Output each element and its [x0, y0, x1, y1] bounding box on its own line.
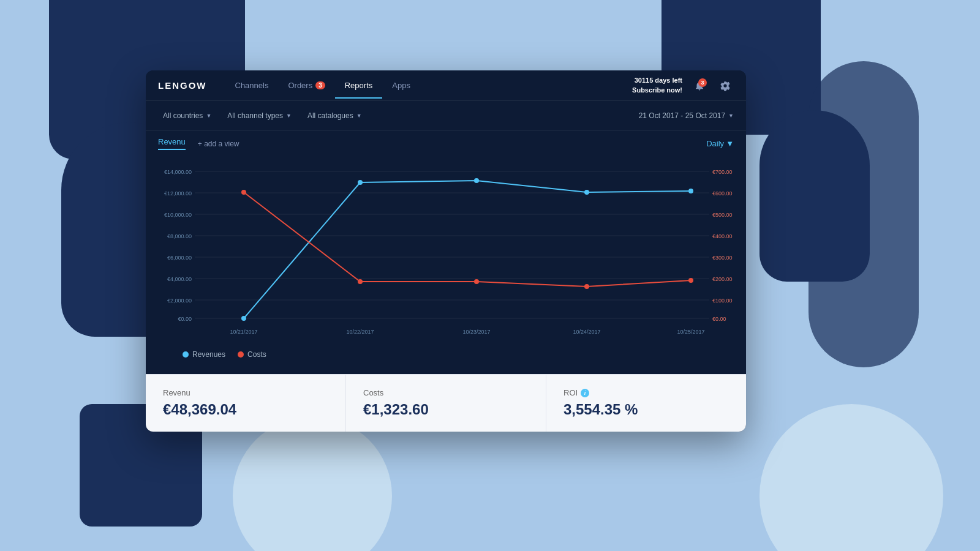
revenue-point	[688, 189, 693, 193]
svg-text:€2,000.00: €2,000.00	[167, 298, 192, 304]
cost-point	[584, 284, 589, 289]
navbar-right: 30115 days left Subscribe now! 3	[632, 76, 734, 95]
revenues-line	[244, 181, 691, 318]
revenue-point	[584, 190, 589, 195]
stat-costs: Costs €1,323.60	[346, 375, 546, 432]
legend-costs: Costs	[238, 350, 266, 359]
chart-container: €14,000.00 €12,000.00 €10,000.00 €8,000.…	[158, 159, 734, 343]
catalogues-filter[interactable]: All catalogues ▼	[303, 108, 367, 123]
notification-count: 3	[698, 78, 707, 87]
stat-roi: ROI i 3,554.35 %	[546, 375, 746, 432]
svg-text:10/23/2017: 10/23/2017	[462, 329, 490, 335]
svg-text:10/25/2017: 10/25/2017	[677, 329, 704, 335]
svg-text:€500.00: €500.00	[712, 212, 733, 218]
svg-text:€400.00: €400.00	[712, 233, 733, 239]
chart-area: Revenu + add a view Daily ▼ €14,0	[146, 131, 746, 374]
revenue-point	[241, 316, 246, 321]
stat-revenu-value: €48,369.04	[163, 401, 328, 418]
svg-text:€300.00: €300.00	[712, 255, 733, 261]
logo: LENGOW	[158, 80, 207, 91]
nav-badge: 3	[315, 81, 325, 89]
svg-text:€14,000.00: €14,000.00	[164, 169, 192, 175]
channel-types-filter[interactable]: All channel types ▼	[222, 108, 296, 123]
trial-info: 30115 days left Subscribe now!	[632, 76, 682, 95]
svg-text:€12,000.00: €12,000.00	[164, 190, 192, 197]
svg-text:10/22/2017: 10/22/2017	[346, 329, 374, 335]
bg-decor-6	[760, 404, 943, 551]
add-view-button[interactable]: + add a view	[198, 140, 239, 148]
filters-bar: All countries ▼ All channel types ▼ All …	[146, 101, 746, 131]
nav-item-orders[interactable]: Orders3	[278, 72, 334, 99]
chevron-down-icon: ▼	[356, 113, 362, 119]
date-range-filter[interactable]: 21 Oct 2017 - 25 Oct 2017 ▼	[639, 111, 734, 120]
chevron-down-icon: ▼	[286, 113, 292, 119]
chevron-down-icon: ▼	[728, 113, 734, 119]
revenue-point	[358, 180, 363, 185]
svg-text:10/21/2017: 10/21/2017	[230, 329, 257, 335]
chevron-down-icon: ▼	[726, 139, 734, 148]
chevron-down-icon: ▼	[206, 113, 211, 119]
nav-item-apps[interactable]: Apps	[382, 72, 420, 99]
countries-filter[interactable]: All countries ▼	[158, 108, 216, 123]
tab-revenu[interactable]: Revenu	[158, 137, 186, 150]
settings-icon-btn[interactable]	[717, 77, 734, 94]
bg-decor-7	[233, 416, 392, 551]
granularity-selector[interactable]: Daily ▼	[706, 139, 734, 148]
costs-dot	[238, 351, 244, 358]
cost-point	[474, 279, 479, 284]
svg-text:€0.00: €0.00	[178, 316, 192, 322]
svg-text:€600.00: €600.00	[712, 190, 733, 197]
nav-item-channels[interactable]: Channels	[225, 72, 279, 99]
revenues-dot	[183, 351, 189, 358]
stats-bar: Revenu €48,369.04 Costs €1,323.60 ROI i …	[146, 374, 746, 432]
subscribe-label: Subscribe now!	[632, 86, 682, 94]
stat-revenu-label: Revenu	[163, 388, 328, 397]
stat-roi-value: 3,554.35 %	[564, 401, 729, 418]
cost-point	[241, 190, 246, 195]
stat-costs-value: €1,323.60	[363, 401, 529, 418]
trial-days: 30115 days left	[635, 77, 682, 84]
stat-roi-label: ROI i	[564, 388, 729, 397]
legend-revenues: Revenues	[183, 350, 225, 359]
svg-text:€10,000.00: €10,000.00	[164, 212, 192, 218]
chart-tabs-left: Revenu + add a view	[158, 137, 239, 150]
svg-text:€700.00: €700.00	[712, 169, 733, 175]
cost-point	[358, 279, 363, 284]
notification-bell[interactable]: 3	[691, 77, 708, 94]
svg-text:€4,000.00: €4,000.00	[167, 276, 192, 282]
svg-text:€200.00: €200.00	[712, 276, 733, 282]
nav-links: ChannelsOrders3ReportsApps	[225, 72, 633, 99]
cost-point	[688, 278, 693, 283]
svg-text:10/24/2017: 10/24/2017	[573, 329, 600, 335]
stat-revenu: Revenu €48,369.04	[146, 375, 346, 432]
svg-text:€6,000.00: €6,000.00	[167, 255, 192, 261]
chart-svg: €14,000.00 €12,000.00 €10,000.00 €8,000.…	[158, 159, 734, 343]
chart-tabs: Revenu + add a view Daily ▼	[158, 137, 734, 150]
navbar: LENGOW ChannelsOrders3ReportsApps 30115 …	[146, 70, 746, 101]
revenue-point	[474, 178, 479, 183]
nav-item-reports[interactable]: Reports	[335, 72, 383, 99]
bg-decor-8	[809, 61, 919, 367]
svg-text:€8,000.00: €8,000.00	[167, 233, 192, 239]
svg-text:€0.00: €0.00	[712, 316, 726, 322]
svg-text:€100.00: €100.00	[712, 298, 733, 304]
info-icon[interactable]: i	[581, 389, 589, 397]
main-card: LENGOW ChannelsOrders3ReportsApps 30115 …	[146, 70, 746, 432]
chart-legend: Revenues Costs	[158, 343, 734, 362]
stat-costs-label: Costs	[363, 388, 529, 397]
